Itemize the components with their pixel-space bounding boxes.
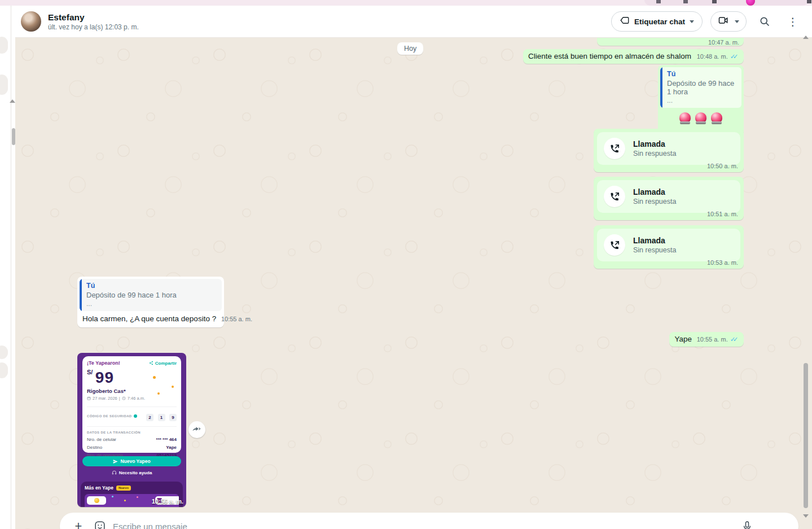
- yape-title: ¡Te Yapearon!: [87, 360, 120, 366]
- chat-list-item[interactable]: [0, 75, 8, 95]
- banner-card: [87, 496, 106, 505]
- tag-chat-button[interactable]: Etiquetar chat: [611, 11, 703, 32]
- plus-icon: +: [75, 520, 82, 529]
- call-card[interactable]: Llamada Sin respuesta: [597, 180, 740, 213]
- message-composer: +: [60, 513, 798, 529]
- message-time: 10:51 a. m.: [707, 211, 738, 217]
- contact-avatar[interactable]: [21, 11, 41, 32]
- attach-button[interactable]: +: [70, 518, 87, 529]
- separator: |: [119, 396, 120, 401]
- message-text: Hola carmen, ¿A que cuenta deposito ?: [82, 314, 216, 323]
- message-time: 10:47 a. m.: [708, 39, 739, 46]
- rotating-light-emoji-row: 🚨🚨🚨: [660, 108, 741, 126]
- whatsapp-web-window: Estefany últ. vez hoy a la(s) 12:03 p. m…: [0, 0, 812, 529]
- security-digit: 2: [146, 414, 153, 421]
- call-subtitle: Sin respuesta: [633, 198, 676, 206]
- coin-icon: [94, 498, 99, 503]
- contact-info[interactable]: Estefany últ. vez hoy a la(s) 12:03 p. m…: [48, 12, 611, 31]
- browser-icon[interactable]: [683, 0, 688, 3]
- message-bubble-partial[interactable]: 10:47 a. m.: [597, 38, 744, 46]
- quoted-message[interactable]: Tú Depósito de 99 hace 1 hora ...: [80, 279, 222, 311]
- call-message-bubble[interactable]: Llamada Sin respuesta 10:51 a. m.: [594, 177, 744, 220]
- image-message-yape-receipt[interactable]: ¡Te Yapearon! Compartir S/ 99 Rigoberto …: [77, 353, 186, 507]
- chat-menu-button[interactable]: ⋮: [783, 11, 803, 32]
- call-message-bubble[interactable]: Llamada Sin respuesta 10:50 a. m.: [594, 129, 744, 172]
- call-message-bubble[interactable]: Llamada Sin respuesta 10:53 a. m.: [594, 225, 744, 269]
- scroll-up-arrow[interactable]: [10, 99, 15, 103]
- quote-sender: Tú: [667, 70, 736, 78]
- tx-row-value: *** *** 464: [156, 437, 177, 442]
- security-dot: [134, 414, 137, 418]
- chevron-down-icon: [690, 20, 694, 23]
- confetti-dot: [172, 386, 174, 388]
- nuevo-yapeo-button: Nuevo Yapeo: [82, 456, 181, 466]
- chat-list-scroll-gutter: [12, 6, 15, 529]
- chat-list-item[interactable]: [0, 37, 8, 54]
- message-bubble-out[interactable]: Cliente está buen tiempo en almacén de s…: [523, 49, 744, 64]
- video-camera-icon: [718, 15, 729, 28]
- read-checks-icon: ✓✓: [730, 53, 739, 60]
- outgoing-call-icon: [604, 138, 625, 159]
- receipt-date: 27 mar. 2026: [93, 396, 117, 401]
- browser-menu-icon[interactable]: [807, 0, 811, 3]
- extensions-icon[interactable]: [712, 0, 717, 3]
- kebab-menu-icon: ⋮: [788, 16, 798, 27]
- contact-name: Estefany: [48, 12, 611, 23]
- conversation-header: Estefany últ. vez hoy a la(s) 12:03 p. m…: [15, 6, 812, 38]
- tx-row-label: Destino: [87, 445, 102, 450]
- emoji-text: 🚨🚨🚨: [723, 112, 724, 113]
- message-text: Yape: [674, 335, 692, 343]
- confetti-dot: [157, 392, 160, 395]
- chat-list-scrollbar-thumb[interactable]: [12, 128, 15, 145]
- message-input[interactable]: [113, 522, 734, 529]
- confetti-dot: [153, 376, 156, 379]
- chat-list-item[interactable]: [0, 346, 8, 359]
- quote-text: Depósito de 99 hace 1 hora: [86, 291, 177, 299]
- message-bubble-reply-out[interactable]: Tú Depósito de 99 hace 1 hora ... 🚨🚨🚨 10…: [658, 65, 744, 139]
- clock-icon: [122, 396, 126, 400]
- quoted-message[interactable]: Tú Depósito de 99 hace 1 hora ...: [660, 67, 741, 108]
- message-time: 10:55 a. m.: [221, 316, 252, 322]
- security-digit: 1: [158, 414, 165, 421]
- voice-record-button[interactable]: [739, 518, 756, 529]
- tag-icon: [620, 15, 630, 28]
- chat-list-item[interactable]: [0, 362, 8, 378]
- nuevo-yapeo-label: Nuevo Yapeo: [120, 458, 150, 464]
- quote-ellipsis: ...: [667, 97, 736, 104]
- scroll-down-arrow[interactable]: [803, 514, 809, 518]
- calendar-icon: [87, 396, 91, 400]
- amount: 99: [95, 369, 114, 386]
- forward-message-button[interactable]: [188, 421, 205, 438]
- rotating-light-emoji: [711, 112, 722, 123]
- headset-icon: [112, 470, 117, 475]
- help-label: Necesito ayuda: [119, 470, 152, 475]
- date-chip: Hoy: [397, 42, 423, 55]
- security-digit: 9: [169, 414, 177, 421]
- message-bubble-out[interactable]: Yape 10:55 a. m.✓✓: [669, 332, 744, 347]
- share-button: Compartir: [149, 361, 177, 366]
- recipient-name: Rigoberto Cas*: [87, 388, 177, 394]
- message-bubble-reply-in[interactable]: Tú Depósito de 99 hace 1 hora ... Hola c…: [77, 277, 224, 327]
- call-card[interactable]: Llamada Sin respuesta: [597, 229, 740, 261]
- forward-icon: [192, 425, 202, 435]
- receipt-time: 7:46 a.m.: [128, 396, 145, 401]
- quote-sender: Tú: [86, 282, 177, 290]
- scroll-up-arrow[interactable]: [803, 36, 809, 39]
- quote-text: Depósito de 99 hace 1 hora: [667, 79, 736, 96]
- browser-icon[interactable]: [656, 0, 661, 3]
- tx-row-value: Yape: [166, 445, 177, 450]
- messages-scrollbar-thumb[interactable]: [804, 363, 808, 508]
- call-subtitle: Sin respuesta: [633, 150, 676, 158]
- call-card[interactable]: Llamada Sin respuesta: [597, 132, 740, 165]
- send-icon: [113, 459, 118, 464]
- video-call-button[interactable]: [710, 11, 747, 32]
- quote-ellipsis: ...: [86, 300, 177, 308]
- search-in-chat-button[interactable]: [754, 11, 775, 32]
- more-label: Más en Yape: [85, 485, 113, 491]
- yape-receipt-card: ¡Te Yapearon! Compartir S/ 99 Rigoberto …: [82, 356, 181, 453]
- emoji-picker-button[interactable]: [91, 518, 108, 529]
- message-time: 10:53 a. m.: [707, 259, 738, 266]
- message-text: Cliente está buen tiempo en almacén de s…: [528, 52, 691, 60]
- last-seen-status: últ. vez hoy a la(s) 12:03 p. m.: [48, 23, 611, 31]
- security-code-label: CÓDIGO DE SEGURIDAD: [87, 414, 132, 418]
